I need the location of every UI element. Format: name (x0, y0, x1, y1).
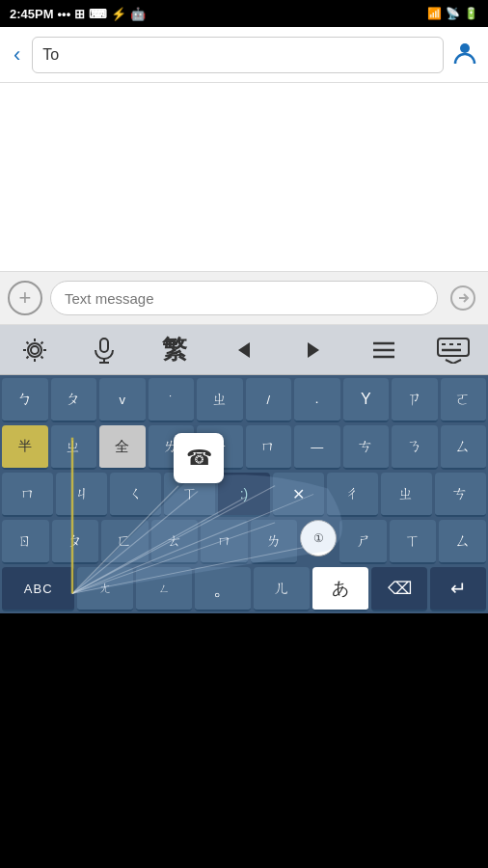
key-r3-9[interactable]: ㄘ (435, 473, 486, 517)
key-ci[interactable]: ㄘ (343, 425, 390, 470)
key-row-2: 半 ㄓ 全 ㄌ ㄧ ㄇ — ㄘ ㄋ ㄙ (2, 425, 486, 470)
svg-marker-8 (308, 342, 319, 358)
key-ni[interactable]: ㄋ (392, 425, 438, 470)
key-zhi[interactable]: ㄓ (197, 378, 243, 422)
key-r3-2[interactable]: ㄐ (56, 473, 107, 517)
send-button[interactable] (446, 281, 480, 315)
key-fullstop[interactable]: 。 (195, 567, 251, 611)
key-enter[interactable]: ↵ (430, 567, 486, 611)
keyboard-status-icon: ⌨ (89, 7, 107, 21)
key-r4-2[interactable]: ㄆ (52, 520, 99, 564)
key-r4-5[interactable]: ㄇ (201, 520, 248, 564)
key-r4-3[interactable]: ㄈ (101, 520, 149, 564)
key-r4-4[interactable]: ㄊ (151, 520, 199, 564)
key-v[interactable]: v (99, 378, 146, 422)
apps-icon: ⊞ (74, 7, 85, 21)
keyboard-area: ☎ ㄅ ㄆ v ˙ ㄓ / ． Y ㄗ ㄛ 半 ㄓ 全 ㄌ ㄧ ㄇ — ㄘ ㄋ … (0, 375, 488, 613)
key-r5-2[interactable]: ㄤ (77, 567, 133, 611)
signal-dots: ••• (58, 7, 71, 21)
usb-icon: ⚡ (111, 7, 126, 21)
key-dot-neutral[interactable]: ˙ (149, 378, 195, 422)
to-input[interactable] (32, 37, 444, 73)
key-r4-1[interactable]: ㄖ (2, 520, 49, 564)
key-half[interactable]: 半 (2, 425, 48, 470)
android-icon: 🤖 (130, 7, 146, 21)
svg-marker-7 (238, 342, 250, 358)
status-bar: 2:45PM ••• ⊞ ⌨ ⚡ 🤖 📶 📡 🔋 (0, 0, 488, 27)
key-r3-7[interactable]: ㄔ (327, 473, 378, 517)
keyboard-rows: ㄅ ㄆ v ˙ ㄓ / ． Y ㄗ ㄛ 半 ㄓ 全 ㄌ ㄧ ㄇ — ㄘ ㄋ ㄙ … (0, 375, 488, 613)
header-bar: ‹ (0, 27, 488, 83)
key-period[interactable]: ． (294, 378, 340, 422)
key-row-5: ABC ㄤ ㄥ 。 ㄦ あ ⌫ ↵ (2, 567, 486, 611)
floating-key-popup: ☎ (174, 433, 224, 483)
key-hiragana[interactable]: あ (312, 567, 368, 611)
battery-icon: 🔋 (464, 7, 478, 20)
key-r4-9[interactable]: ㄒ (390, 520, 437, 564)
key-po[interactable]: ㄆ (51, 378, 97, 422)
chinese-toolbar-button[interactable]: 繁 (146, 329, 203, 371)
keyboard-hide-toolbar-button[interactable] (424, 329, 482, 371)
key-mo[interactable]: ㄇ (246, 425, 292, 470)
left-arrow-toolbar-button[interactable] (215, 329, 273, 371)
message-area (0, 83, 488, 271)
svg-rect-4 (100, 339, 108, 352)
key-r3-3[interactable]: ㄑ (110, 473, 161, 517)
key-r3-8[interactable]: ㄓ (381, 473, 432, 517)
status-left: 2:45PM ••• ⊞ ⌨ ⚡ 🤖 (10, 7, 146, 21)
right-arrow-toolbar-button[interactable] (285, 329, 342, 371)
list-toolbar-button[interactable] (355, 329, 413, 371)
key-r4-8[interactable]: ㄕ (339, 520, 387, 564)
key-num-circle[interactable]: ① (300, 520, 337, 556)
key-r4-10[interactable]: ㄙ (439, 520, 486, 564)
back-button[interactable]: ‹ (10, 39, 24, 71)
key-full[interactable]: 全 (99, 425, 146, 470)
signal-icon: 📡 (446, 7, 460, 20)
key-row-4: ㄖ ㄆ ㄈ ㄊ ㄇ ㄌ ① ㄕ ㄒ ㄙ (2, 520, 486, 564)
key-r3-1[interactable]: ㄇ (2, 473, 53, 517)
key-si[interactable]: ㄙ (441, 425, 487, 470)
key-zi[interactable]: ㄗ (392, 378, 438, 422)
svg-point-0 (460, 43, 470, 53)
key-er[interactable]: ㄦ (254, 567, 310, 611)
key-row-3: ㄇ ㄐ ㄑ ㄒ :) ✕ ㄔ ㄓ ㄘ (2, 473, 486, 517)
key-r4-6[interactable]: ㄌ (251, 520, 298, 564)
person-icon[interactable] (451, 39, 478, 71)
svg-rect-12 (438, 339, 469, 356)
floating-key-char: ☎ (186, 446, 212, 471)
key-y[interactable]: Y (343, 378, 390, 422)
svg-point-2 (31, 346, 39, 354)
settings-toolbar-button[interactable] (6, 329, 64, 371)
wifi-icon: 📶 (427, 7, 442, 20)
text-message-bar: + (0, 271, 488, 325)
key-o[interactable]: ㄛ (441, 378, 487, 422)
key-abc[interactable]: ABC (2, 567, 74, 611)
key-r3-6[interactable]: ✕ (273, 473, 324, 517)
key-dash[interactable]: — (294, 425, 340, 470)
key-slash[interactable]: / (246, 378, 292, 422)
status-right: 📶 📡 🔋 (427, 7, 478, 20)
mic-toolbar-button[interactable] (75, 329, 133, 371)
key-bo[interactable]: ㄅ (2, 378, 48, 422)
keyboard-toolbar: 繁 (0, 325, 488, 375)
text-message-input[interactable] (50, 281, 438, 315)
time: 2:45PM (10, 7, 54, 21)
key-zhi2[interactable]: ㄓ (51, 425, 97, 470)
add-button[interactable]: + (8, 281, 42, 315)
key-r5-3[interactable]: ㄥ (136, 567, 192, 611)
key-row-1: ㄅ ㄆ v ˙ ㄓ / ． Y ㄗ ㄛ (2, 378, 486, 422)
key-smiley[interactable]: :) (218, 473, 269, 517)
key-backspace[interactable]: ⌫ (371, 567, 427, 611)
